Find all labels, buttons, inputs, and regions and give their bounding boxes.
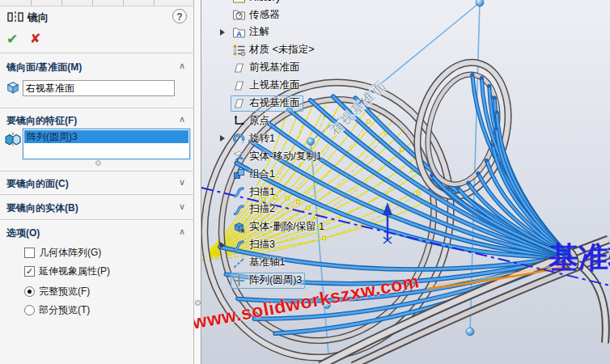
chevron-up-icon[interactable]: ∧ bbox=[179, 114, 185, 125]
chevron-up-icon[interactable]: ∧ bbox=[179, 61, 185, 71]
tree-item-front-plane[interactable]: 前视基准面 bbox=[231, 60, 303, 76]
chevron-up-icon[interactable]: ∧ bbox=[179, 226, 185, 237]
solidworks-window: { "panel": { "title": "镜向", "help_glyph"… bbox=[0, 0, 610, 364]
tree-item-origin[interactable]: 原点 bbox=[231, 112, 273, 129]
sweep-icon bbox=[232, 239, 246, 252]
tree-item-material[interactable]: 材质 <未指定> bbox=[231, 42, 318, 58]
mirror-feature-icon bbox=[4, 130, 22, 148]
folder-icon bbox=[232, 0, 246, 4]
tree-item-label: 右视基准面 bbox=[246, 96, 300, 110]
radio-selected[interactable] bbox=[24, 286, 35, 297]
axis-label: 基准轴1 bbox=[548, 241, 610, 274]
delete-body-icon bbox=[232, 221, 246, 234]
tree-item-label: 材质 <未指定> bbox=[246, 43, 315, 57]
tree-item-sweep1[interactable]: 扫描1 bbox=[231, 184, 278, 200]
section-options-header[interactable]: 选项(O) bbox=[6, 226, 40, 240]
tree-item-label: 原点 bbox=[246, 114, 269, 128]
checkbox-label: 延伸视象属性(P) bbox=[35, 265, 110, 278]
chevron-down-icon[interactable]: ∨ bbox=[179, 201, 185, 212]
panel-title: 镜向 bbox=[28, 11, 49, 25]
tree-item-body-move-copy1[interactable]: 实体-移动/复制1 bbox=[231, 148, 325, 164]
checkbox-row-1: ✓延伸视象属性(P) bbox=[24, 265, 110, 277]
cancel-button[interactable]: ✘ bbox=[30, 31, 40, 46]
property-manager-tabs[interactable] bbox=[0, 0, 193, 6]
radio-row-1: 部分预览(T) bbox=[24, 303, 90, 316]
tab-separator bbox=[92, 0, 93, 6]
tree-item-revolve1[interactable]: 旋转1 bbox=[231, 130, 278, 146]
tree-item-axis1[interactable]: 基准轴1 bbox=[231, 255, 288, 271]
tree-item-body-delete-keep1[interactable]: 实体-删除/保留 1 bbox=[231, 219, 328, 235]
radio-label: 部分预览(T) bbox=[35, 303, 90, 317]
checkbox-unchecked[interactable] bbox=[24, 248, 35, 258]
tree-item-annotations[interactable]: 注解 bbox=[231, 24, 273, 40]
expand-arrow-icon[interactable] bbox=[220, 242, 225, 248]
listbox-resize-handle[interactable] bbox=[95, 160, 101, 166]
move-copy-icon bbox=[232, 150, 246, 163]
mirror-plane-outline[interactable] bbox=[311, 2, 480, 364]
tree-item-label: 传感器 bbox=[246, 8, 280, 22]
tree-item-label: 组合1 bbox=[246, 167, 275, 181]
divider bbox=[0, 194, 194, 195]
tree-item-cirpattern3[interactable]: 阵列(圆周)3 bbox=[231, 273, 305, 289]
radio-label: 完整预览(F) bbox=[35, 285, 90, 298]
tree-item-label: 前视基准面 bbox=[246, 61, 300, 74]
annotation-folder-icon bbox=[232, 26, 246, 39]
tree-item-sweep3[interactable]: 扫描3 bbox=[231, 237, 278, 253]
tree-item-sensors[interactable]: 传感器 bbox=[231, 6, 283, 23]
checkbox-row-0: 几何体阵列(G) bbox=[24, 246, 101, 259]
radio-unselected[interactable] bbox=[24, 305, 35, 315]
tree-item-label: 扫描3 bbox=[246, 238, 275, 252]
plane-icon bbox=[232, 61, 246, 74]
section-mirror-plane-header[interactable]: 镜向面/基准面(M) bbox=[6, 61, 82, 74]
splitter-handle[interactable] bbox=[195, 300, 201, 306]
panel-splitter[interactable] bbox=[194, 0, 201, 364]
tree-item-label: 旋转1 bbox=[246, 132, 275, 146]
pattern-ribs[interactable] bbox=[430, 73, 570, 256]
watermark-text: www.solidworkszxw.com bbox=[191, 270, 421, 333]
tree-item-label: 实体-移动/复制1 bbox=[246, 150, 322, 163]
section-faces-header[interactable]: 要镜向的面(C) bbox=[6, 177, 69, 191]
selected-feature-item[interactable]: 阵列(圆周)3 bbox=[24, 130, 189, 143]
axis-icon bbox=[232, 256, 246, 269]
material-icon bbox=[232, 44, 246, 57]
plane-label-3d: 右视基准面 bbox=[327, 77, 389, 138]
tab-separator bbox=[61, 0, 62, 6]
divider bbox=[0, 53, 194, 53]
tree-item-label: 扫描2 bbox=[246, 202, 275, 216]
plane-icon bbox=[232, 97, 246, 110]
combine-icon bbox=[232, 167, 246, 180]
sweep-icon bbox=[232, 185, 246, 198]
orange-selected-edge[interactable] bbox=[426, 266, 568, 289]
divider bbox=[0, 171, 194, 171]
panel-title-row: 镜向 ? bbox=[0, 8, 193, 28]
checkbox-checked[interactable]: ✓ bbox=[24, 266, 35, 277]
tree-item-label: 基准轴1 bbox=[246, 256, 285, 269]
expand-arrow-icon[interactable] bbox=[220, 29, 225, 36]
section-features-header[interactable]: 要镜向的特征(F) bbox=[6, 114, 77, 128]
radio-row-0: 完整预览(F) bbox=[24, 285, 90, 298]
tree-item-top-plane[interactable]: 上视基准面 bbox=[231, 78, 303, 94]
tree-item-history[interactable]: History bbox=[231, 0, 284, 6]
features-listbox[interactable]: 阵列(圆周)3 bbox=[23, 129, 190, 159]
tree-item-combine1[interactable]: 组合1 bbox=[231, 166, 278, 182]
divider bbox=[0, 219, 194, 220]
mirror-plane-input[interactable]: 右视基准面 bbox=[23, 80, 175, 96]
divider bbox=[0, 108, 194, 108]
help-icon[interactable]: ? bbox=[172, 9, 187, 23]
origin-icon bbox=[232, 114, 246, 127]
tree-item-label: 扫描1 bbox=[246, 185, 275, 199]
tree-item-sweep2[interactable]: 扫描2 bbox=[231, 201, 278, 218]
tab-separator bbox=[31, 0, 32, 6]
pattern-direction-arrow[interactable] bbox=[383, 202, 392, 243]
panel-buttons: ✔ ✘ bbox=[0, 31, 193, 49]
section-bodies-header[interactable]: 要镜向的实体(B) bbox=[6, 201, 78, 215]
tree-item-right-plane[interactable]: 右视基准面 bbox=[231, 95, 303, 112]
right-rim[interactable] bbox=[405, 53, 520, 205]
ok-button[interactable]: ✔ bbox=[6, 31, 18, 48]
property-manager-panel: 镜向 ? ✔ ✘ 镜向面/基准面(M) ∧ 右视基准面 要镜向的特征(F) ∧ … bbox=[0, 0, 194, 364]
tree-item-label: 注解 bbox=[246, 25, 269, 39]
mirror-header-icon bbox=[6, 10, 24, 24]
expand-arrow-icon[interactable] bbox=[220, 135, 225, 142]
chevron-down-icon[interactable]: ∨ bbox=[179, 177, 185, 188]
sensor-icon bbox=[232, 8, 246, 21]
